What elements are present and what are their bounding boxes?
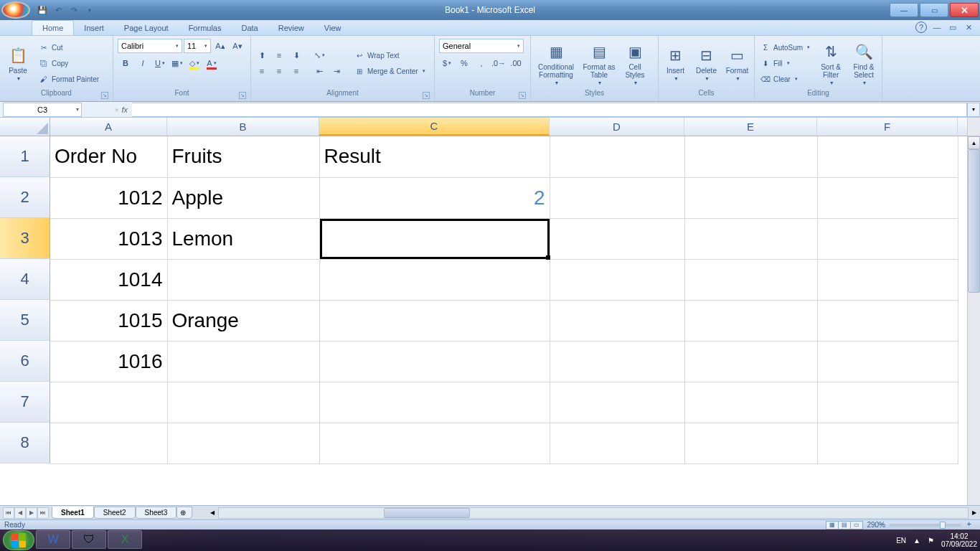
cell-e8[interactable]: [684, 423, 817, 463]
formula-input[interactable]: [132, 103, 967, 117]
cell-f3[interactable]: [817, 218, 958, 259]
increase-indent-icon[interactable]: ⇥: [329, 64, 344, 78]
paste-button[interactable]: 📋 Paste▼: [3, 38, 33, 88]
cell-c8[interactable]: [319, 423, 550, 463]
cell-b3[interactable]: Lemon: [167, 218, 319, 259]
tab-insert[interactable]: Insert: [74, 21, 114, 35]
cell-b5[interactable]: Orange: [167, 300, 319, 341]
cell-c7[interactable]: [319, 382, 550, 423]
col-header-e[interactable]: E: [684, 118, 817, 136]
delete-cells-button[interactable]: ⊟Delete▼: [692, 38, 720, 88]
row-header-7[interactable]: 7: [0, 382, 50, 423]
sheet-tab-2[interactable]: Sheet2: [94, 507, 136, 519]
cell-a4[interactable]: 1014: [50, 259, 167, 300]
view-normal-icon[interactable]: ▦: [826, 521, 839, 529]
cell-styles-button[interactable]: ▣Cell Styles▼: [620, 38, 650, 88]
cell-f7[interactable]: [817, 382, 958, 423]
font-size-combo[interactable]: 11▾: [184, 39, 211, 53]
minimize-button[interactable]: —: [890, 3, 918, 17]
fx-icon[interactable]: fx: [121, 105, 128, 114]
insert-cells-button[interactable]: ⊞Insert▼: [661, 38, 689, 88]
ribbon-restore-icon[interactable]: ▭: [947, 22, 958, 33]
tray-clock[interactable]: 14:02 07/09/2022: [941, 532, 977, 548]
conditional-formatting-button[interactable]: ▦Conditional Formatting▼: [534, 38, 578, 88]
cell-e7[interactable]: [684, 382, 817, 423]
select-all-corner[interactable]: [0, 118, 50, 136]
col-header-a[interactable]: A: [50, 118, 167, 136]
cell-f5[interactable]: [817, 300, 958, 341]
percent-icon[interactable]: %: [456, 56, 472, 70]
align-left-icon[interactable]: ≡: [254, 64, 270, 78]
cell-d2[interactable]: [550, 177, 684, 218]
row-header-2[interactable]: 2: [0, 177, 50, 218]
horizontal-scrollbar[interactable]: [218, 507, 969, 519]
cell-b6[interactable]: [167, 341, 319, 382]
col-header-c[interactable]: C: [319, 118, 550, 136]
vertical-scrollbar[interactable]: ▲ ▼: [967, 118, 980, 519]
sort-filter-button[interactable]: ⇅Sort & Filter▼: [816, 38, 846, 88]
wrap-text-button[interactable]: ↩Wrap Text: [352, 48, 428, 62]
row-header-4[interactable]: 4: [0, 259, 50, 300]
font-color-button[interactable]: A▾: [204, 56, 220, 70]
row-header-3[interactable]: 3: [0, 218, 50, 259]
cell-b2[interactable]: Apple: [167, 177, 319, 218]
taskbar-excel-icon[interactable]: X: [108, 530, 142, 549]
row-header-1[interactable]: 1: [0, 136, 50, 177]
view-pagebreak-icon[interactable]: ▭: [850, 521, 863, 529]
cell-f2[interactable]: [817, 177, 958, 218]
align-top-icon[interactable]: ⬆: [254, 48, 270, 62]
cell-c2[interactable]: 2: [319, 177, 550, 218]
align-right-icon[interactable]: ≡: [288, 64, 304, 78]
row-header-5[interactable]: 5: [0, 300, 50, 341]
format-painter-button[interactable]: 🖌Format Painter: [36, 72, 102, 86]
align-center-icon[interactable]: ≡: [271, 64, 287, 78]
col-header-b[interactable]: B: [167, 118, 319, 136]
redo-icon[interactable]: ↷: [67, 4, 80, 17]
launcher-icon[interactable]: ↘: [101, 92, 108, 99]
row-header-8[interactable]: 8: [0, 423, 50, 463]
row-header-6[interactable]: 6: [0, 341, 50, 382]
tab-data[interactable]: Data: [231, 21, 268, 35]
cut-button[interactable]: ✂Cut: [36, 40, 102, 55]
maximize-button[interactable]: ▭: [920, 3, 948, 17]
office-button[interactable]: [1, 1, 30, 19]
taskbar-app-icon[interactable]: 🛡: [72, 530, 106, 549]
cell-a3[interactable]: 1013: [50, 218, 167, 259]
ribbon-close-icon[interactable]: ✕: [963, 22, 974, 33]
sheet-nav-first-icon[interactable]: ⏮: [3, 507, 14, 519]
sheet-nav-next-icon[interactable]: ▶: [26, 507, 37, 519]
help-icon[interactable]: ?: [915, 22, 927, 33]
cell-d3[interactable]: [550, 218, 684, 259]
cell-e2[interactable]: [684, 177, 817, 218]
copy-button[interactable]: ⿻Copy: [36, 56, 102, 70]
font-name-combo[interactable]: Calibri▾: [118, 39, 182, 53]
view-layout-icon[interactable]: ▤: [838, 521, 851, 529]
decrease-decimal-icon[interactable]: .00: [508, 56, 524, 70]
cell-a2[interactable]: 1012: [50, 177, 167, 218]
format-cells-button[interactable]: ▭Format▼: [723, 38, 751, 88]
clear-button[interactable]: ⌫Clear▾: [758, 72, 813, 86]
cell-e1[interactable]: [684, 136, 817, 177]
cell-a5[interactable]: 1015: [50, 300, 167, 341]
tray-chevron-icon[interactable]: ▲: [913, 537, 920, 545]
grow-font-icon[interactable]: A▴: [212, 39, 228, 53]
undo-icon[interactable]: ↶: [52, 4, 65, 17]
decrease-indent-icon[interactable]: ⇤: [311, 64, 327, 78]
increase-decimal-icon[interactable]: .0→: [491, 56, 507, 70]
launcher-icon[interactable]: ↘: [423, 92, 430, 99]
cell-a7[interactable]: [50, 382, 167, 423]
sheet-insert-tab[interactable]: ⊕: [176, 507, 192, 519]
tab-home[interactable]: Home: [32, 20, 74, 35]
cell-c5[interactable]: [319, 300, 550, 341]
sheet-tab-1[interactable]: Sheet1: [52, 507, 94, 519]
tab-view[interactable]: View: [314, 21, 352, 35]
accounting-icon[interactable]: $▾: [439, 56, 455, 70]
cell-a6[interactable]: 1016: [50, 341, 167, 382]
cell-b7[interactable]: [167, 382, 319, 423]
scroll-thumb-h[interactable]: [384, 508, 470, 518]
format-as-table-button[interactable]: ▤Format as Table▼: [581, 38, 617, 88]
cell-d6[interactable]: [550, 341, 684, 382]
cell-f4[interactable]: [817, 259, 958, 300]
formula-expand-icon[interactable]: ▾: [967, 103, 980, 117]
cell-b1[interactable]: Fruits: [167, 136, 319, 177]
